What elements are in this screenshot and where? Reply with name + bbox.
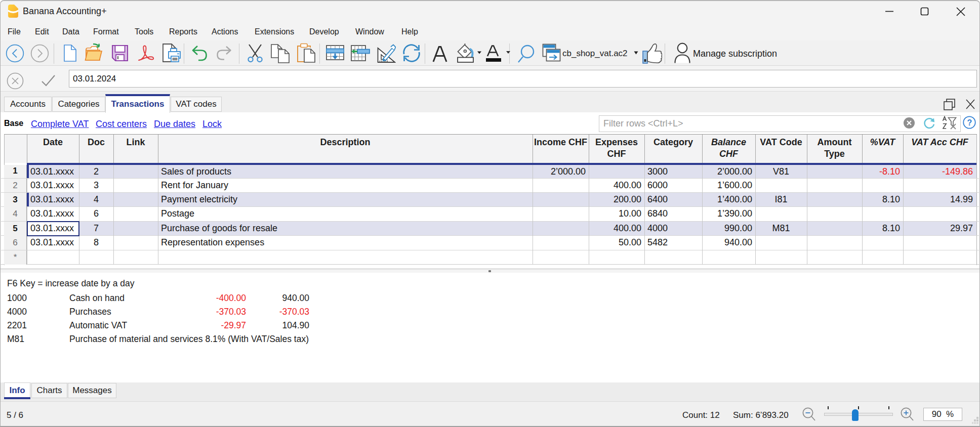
- svg-text:?: ?: [967, 118, 972, 127]
